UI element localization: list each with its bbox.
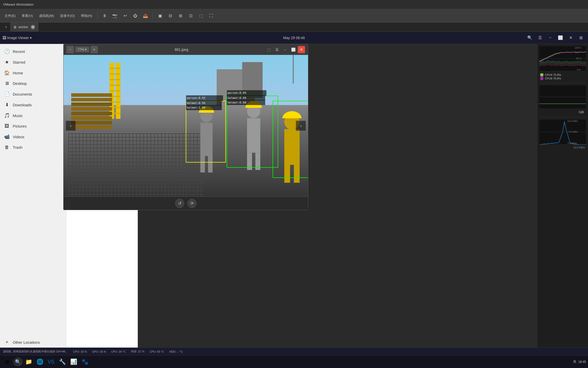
zoom-out-btn[interactable]: −	[67, 46, 74, 53]
vm-search-btn[interactable]: 🔍	[526, 34, 534, 42]
status-hdd: HDD: -- °C	[169, 350, 183, 353]
sidebar-item-pictures[interactable]: 🖼 Pictures	[0, 121, 66, 131]
vm-menu-btn[interactable]: ☰	[536, 34, 544, 42]
sidebar-item-documents[interactable]: 📄 Documents	[0, 89, 66, 99]
sidebar-label-recent: Recent	[13, 49, 25, 54]
legend-cpu4-label: CPU4 75.8%	[545, 73, 561, 76]
monitor-panel: CPU4 75.8% CPU8 76.8% GiB 10.0 KiB/s	[537, 44, 588, 348]
sidebar-item-music[interactable]: 🎵 Music	[0, 110, 66, 121]
worker-tab[interactable]: 🖥 worker ✕	[10, 22, 38, 31]
sidebar-label-music: Music	[13, 113, 23, 118]
taskbar-monitor[interactable]: 📊	[68, 357, 79, 367]
send-btn[interactable]: 📤	[141, 12, 150, 20]
menu-tab[interactable]: 选项卡(O)	[58, 13, 77, 19]
layout1-btn[interactable]: ▣	[156, 12, 164, 20]
layout3-btn[interactable]: ⊞	[176, 12, 185, 20]
status-cpu: CPU: 33 %	[73, 350, 87, 353]
vm-maximize-btn[interactable]: ⬜	[556, 34, 565, 42]
sidebar-item-other-locations[interactable]: + Other Locations	[0, 337, 66, 348]
vmware-titlebar: VMware Workstation	[0, 0, 588, 9]
layout2-btn[interactable]: ⊟	[166, 12, 174, 20]
tab-bar: + 🖥 worker ✕	[0, 22, 588, 32]
image-viewer: − 77% ▾ + 881.jpeg ⬚ ☰ − ⬜ ✕ ‹	[63, 44, 308, 210]
sidebar-item-recent[interactable]: 🕐 Recent	[0, 46, 66, 57]
net-speed-label: 10.0 KiB/s	[539, 146, 586, 150]
sidebar-item-videos[interactable]: 📹 Videos	[0, 131, 66, 142]
taskbar-app1[interactable]: 🐾	[80, 357, 90, 367]
sidebar-item-downloads[interactable]: ⬇ Downloads	[0, 99, 66, 110]
legend-cpu8: CPU8 76.8%	[540, 77, 585, 80]
trash-icon: 🗑	[4, 145, 10, 150]
desktop-icon: 🖥	[4, 81, 10, 86]
fullscreen-btn[interactable]: ⛶	[207, 12, 215, 20]
home-icon: 🏠	[4, 70, 10, 76]
taskbar-lang: 英	[573, 360, 576, 364]
status-mem: 内存: 21 %	[131, 350, 144, 353]
tab-close-btn[interactable]: ✕	[31, 25, 35, 29]
mem-label: GiB	[539, 109, 586, 115]
worker-tab-label: worker	[18, 25, 28, 29]
iv-window-controls: ⬚ ☰ − ⬜ ✕	[265, 46, 305, 53]
menu-file[interactable]: 文件(E)	[3, 13, 18, 19]
zoom-dropdown-icon: ▾	[85, 48, 87, 51]
other-locations-icon: +	[4, 340, 10, 345]
taskbar-time: 18:45	[578, 360, 586, 364]
vm-layout-btn[interactable]: ⊞	[577, 34, 585, 42]
restore-btn[interactable]: ↩	[121, 12, 129, 20]
iv-maximize-btn[interactable]: ⬜	[290, 46, 297, 53]
iv-screenshot-btn[interactable]: ⬚	[265, 46, 272, 53]
sidebar-label-downloads: Downloads	[13, 103, 32, 107]
taskbar-search-btn[interactable]: 🔍	[13, 357, 22, 366]
zoom-in-btn[interactable]: +	[91, 46, 98, 53]
status-cpu-temp: CPU: 34 °C	[111, 350, 126, 353]
iv-menu-btn[interactable]: ☰	[273, 46, 280, 53]
power-btn[interactable]: ⏻	[131, 12, 139, 20]
taskbar: ⊞ 🔍 📁 🌐 VS 🔧 📊 🐾 英 18:45	[0, 355, 588, 368]
iv-rotate-btn[interactable]: ↺	[175, 199, 184, 208]
snapshot-btn[interactable]: 📷	[111, 12, 119, 20]
menu-view[interactable]: 查看(V)	[20, 13, 35, 19]
iv-prev-btn[interactable]: ‹	[66, 121, 76, 131]
zoom-pct-value: 77%	[78, 48, 84, 51]
sidebar-item-trash[interactable]: 🗑 Trash	[0, 142, 66, 153]
sidebar-item-starred[interactable]: ★ Starred	[0, 57, 66, 67]
menu-help[interactable]: 帮助(H)	[79, 13, 94, 19]
menu-vm[interactable]: 虚拟机(M)	[37, 13, 56, 19]
taskbar-browser[interactable]: 🌐	[35, 357, 45, 367]
sidebar-item-desktop[interactable]: 🖥 Desktop	[0, 78, 66, 89]
iv-image-area: ‹ ›	[64, 55, 308, 197]
pause-btn[interactable]: ⏸	[101, 12, 109, 20]
vm-datetime: May 29 06:46	[283, 36, 305, 40]
layout4-btn[interactable]: ⊡	[187, 12, 195, 20]
sidebar-item-home[interactable]: 🏠 Home	[0, 67, 66, 78]
add-tab-btn[interactable]: +	[2, 23, 10, 31]
iv-next-btn[interactable]: ›	[296, 121, 306, 131]
iv-close-btn[interactable]: ✕	[298, 46, 305, 53]
zoom-pct-display[interactable]: 77% ▾	[75, 47, 89, 52]
iv-flip-btn[interactable]: ⟳	[187, 199, 197, 208]
status-cpu2: CPU: 65 °C	[150, 350, 164, 353]
taskbar-vscode[interactable]: VS	[46, 357, 56, 367]
vm-minimize-btn[interactable]: −	[546, 34, 554, 42]
sidebar-label-documents: Documents	[13, 92, 32, 96]
fm-sidebar: 🕐 Recent ★ Starred 🏠 Home 🖥 Desktop 📄 Do…	[0, 44, 66, 348]
legend-cpu4-color	[540, 73, 543, 76]
vm-window-controls: 🔍 ☰ − ⬜ ✕ ⊞	[526, 34, 585, 42]
legend-cpu4: CPU4 75.8%	[540, 73, 585, 76]
taskbar-files[interactable]: 📁	[23, 357, 34, 367]
toolbar-separator	[97, 12, 97, 20]
start-btn[interactable]: ⊞	[2, 357, 12, 367]
cpu-chart	[539, 46, 586, 71]
image-viewer-dropdown[interactable]: 🖼 Image Viewer ▾	[3, 36, 32, 40]
main-content: 🕐 Recent ★ Starred 🏠 Home 🖥 Desktop 📄 Do…	[0, 44, 588, 348]
documents-icon: 📄	[4, 91, 10, 97]
status-hint: 虚拟机, 请将鼠标指针从虚拟机中移出或按 Ctrl+Alt。	[3, 350, 68, 353]
vm-close-btn[interactable]: ✕	[567, 34, 575, 42]
iv-minimize-btn[interactable]: −	[281, 46, 289, 53]
vm-app-title: Image Viewer ▾	[7, 36, 32, 40]
taskbar-tool1[interactable]: 🔧	[57, 357, 67, 367]
vm-header-left: 🖼 Image Viewer ▾	[3, 36, 32, 40]
status-bar: 虚拟机, 请将鼠标指针从虚拟机中移出或按 Ctrl+Alt。 CPU: 33 %…	[0, 348, 588, 355]
terminal-btn[interactable]: ⬚	[197, 12, 205, 20]
mem-chart	[539, 85, 586, 108]
